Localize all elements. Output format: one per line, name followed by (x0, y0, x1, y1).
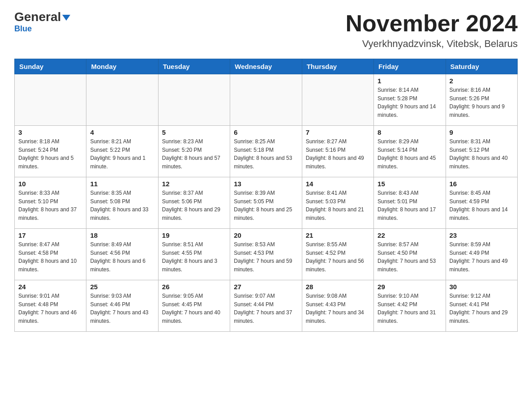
calendar-cell: 17Sunrise: 8:47 AMSunset: 4:58 PMDayligh… (15, 229, 86, 280)
weekday-header-thursday: Thursday (302, 59, 373, 74)
day-info: Sunrise: 8:29 AMSunset: 5:14 PMDaylight:… (378, 137, 442, 171)
calendar-cell (158, 74, 230, 126)
day-number: 9 (450, 128, 514, 136)
day-number: 19 (162, 231, 226, 239)
calendar-cell (15, 74, 86, 126)
day-number: 25 (90, 283, 154, 291)
day-info: Sunrise: 8:39 AMSunset: 5:05 PMDaylight:… (234, 189, 298, 222)
calendar-cell (230, 74, 302, 126)
day-info: Sunrise: 8:57 AMSunset: 4:50 PMDaylight:… (378, 240, 442, 274)
day-info: Sunrise: 8:23 AMSunset: 5:20 PMDaylight:… (162, 137, 226, 171)
logo: General Blue (14, 11, 70, 34)
calendar-cell: 21Sunrise: 8:55 AMSunset: 4:52 PMDayligh… (302, 229, 373, 280)
day-info: Sunrise: 8:49 AMSunset: 4:56 PMDaylight:… (90, 240, 154, 274)
calendar-cell: 6Sunrise: 8:25 AMSunset: 5:18 PMDaylight… (230, 126, 302, 177)
calendar-cell: 16Sunrise: 8:45 AMSunset: 4:59 PMDayligh… (446, 177, 517, 229)
day-info: Sunrise: 8:43 AMSunset: 5:01 PMDaylight:… (378, 189, 442, 222)
calendar-cell: 24Sunrise: 9:01 AMSunset: 4:48 PMDayligh… (15, 280, 86, 332)
day-number: 29 (378, 283, 442, 291)
day-info: Sunrise: 8:47 AMSunset: 4:58 PMDaylight:… (18, 240, 82, 274)
day-info: Sunrise: 8:53 AMSunset: 4:53 PMDaylight:… (234, 240, 298, 274)
day-number: 13 (234, 180, 298, 188)
calendar-cell: 25Sunrise: 9:03 AMSunset: 4:46 PMDayligh… (86, 280, 158, 332)
calendar-cell: 8Sunrise: 8:29 AMSunset: 5:14 PMDaylight… (374, 126, 446, 177)
week-row-5: 24Sunrise: 9:01 AMSunset: 4:48 PMDayligh… (15, 280, 518, 332)
day-info: Sunrise: 9:01 AMSunset: 4:48 PMDaylight:… (18, 292, 82, 325)
day-info: Sunrise: 8:51 AMSunset: 4:55 PMDaylight:… (162, 240, 226, 274)
day-number: 12 (162, 180, 226, 188)
day-number: 6 (234, 128, 298, 136)
day-number: 21 (306, 231, 370, 239)
day-number: 11 (90, 180, 154, 188)
calendar-table: SundayMondayTuesdayWednesdayThursdayFrid… (14, 59, 518, 332)
calendar-cell: 29Sunrise: 9:10 AMSunset: 4:42 PMDayligh… (374, 280, 446, 332)
weekday-header-row: SundayMondayTuesdayWednesdayThursdayFrid… (15, 59, 518, 74)
day-info: Sunrise: 9:03 AMSunset: 4:46 PMDaylight:… (90, 292, 154, 325)
day-number: 10 (18, 180, 82, 188)
day-number: 17 (18, 231, 82, 239)
calendar-cell (302, 74, 373, 126)
calendar-cell (86, 74, 158, 126)
calendar-cell: 20Sunrise: 8:53 AMSunset: 4:53 PMDayligh… (230, 229, 302, 280)
day-number: 28 (306, 283, 370, 291)
day-info: Sunrise: 9:05 AMSunset: 4:45 PMDaylight:… (162, 292, 226, 325)
day-number: 18 (90, 231, 154, 239)
day-number: 8 (378, 128, 442, 136)
day-number: 1 (378, 77, 442, 85)
weekday-header-wednesday: Wednesday (230, 59, 302, 74)
weekday-header-monday: Monday (86, 59, 158, 74)
calendar-cell: 11Sunrise: 8:35 AMSunset: 5:08 PMDayligh… (86, 177, 158, 229)
calendar-cell: 19Sunrise: 8:51 AMSunset: 4:55 PMDayligh… (158, 229, 230, 280)
day-number: 23 (450, 231, 514, 239)
calendar-cell: 30Sunrise: 9:12 AMSunset: 4:41 PMDayligh… (446, 280, 517, 332)
day-info: Sunrise: 9:12 AMSunset: 4:41 PMDaylight:… (450, 292, 514, 325)
day-number: 3 (18, 128, 82, 136)
day-number: 22 (378, 231, 442, 239)
calendar-cell: 12Sunrise: 8:37 AMSunset: 5:06 PMDayligh… (158, 177, 230, 229)
week-row-3: 10Sunrise: 8:33 AMSunset: 5:10 PMDayligh… (15, 177, 518, 229)
week-row-2: 3Sunrise: 8:18 AMSunset: 5:24 PMDaylight… (15, 126, 518, 177)
day-number: 15 (378, 180, 442, 188)
calendar-cell: 5Sunrise: 8:23 AMSunset: 5:20 PMDaylight… (158, 126, 230, 177)
day-info: Sunrise: 9:10 AMSunset: 4:42 PMDaylight:… (378, 292, 442, 325)
day-number: 20 (234, 231, 298, 239)
day-number: 5 (162, 128, 226, 136)
calendar-cell: 15Sunrise: 8:43 AMSunset: 5:01 PMDayligh… (374, 177, 446, 229)
calendar-cell: 28Sunrise: 9:08 AMSunset: 4:43 PMDayligh… (302, 280, 373, 332)
day-info: Sunrise: 8:16 AMSunset: 5:26 PMDaylight:… (450, 86, 514, 119)
calendar-cell: 7Sunrise: 8:27 AMSunset: 5:16 PMDaylight… (302, 126, 373, 177)
calendar-cell: 9Sunrise: 8:31 AMSunset: 5:12 PMDaylight… (446, 126, 517, 177)
logo-general-text: General (14, 11, 70, 23)
calendar-cell: 27Sunrise: 9:07 AMSunset: 4:44 PMDayligh… (230, 280, 302, 332)
calendar-cell: 13Sunrise: 8:39 AMSunset: 5:05 PMDayligh… (230, 177, 302, 229)
day-info: Sunrise: 8:31 AMSunset: 5:12 PMDaylight:… (450, 137, 514, 171)
month-title: November 2024 (346, 11, 518, 36)
day-number: 30 (450, 283, 514, 291)
weekday-header-tuesday: Tuesday (158, 59, 230, 74)
day-info: Sunrise: 9:08 AMSunset: 4:43 PMDaylight:… (306, 292, 370, 325)
day-number: 27 (234, 283, 298, 291)
day-info: Sunrise: 8:25 AMSunset: 5:18 PMDaylight:… (234, 137, 298, 171)
location-text: Vyerkhnyadzvinsk, Vitebsk, Belarus (346, 38, 518, 50)
day-info: Sunrise: 8:21 AMSunset: 5:22 PMDaylight:… (90, 137, 154, 171)
calendar-cell: 2Sunrise: 8:16 AMSunset: 5:26 PMDaylight… (446, 74, 517, 126)
logo-blue-text: Blue (14, 24, 32, 34)
page-header: General Blue November 2024 Vyerkhnyadzvi… (14, 11, 518, 50)
calendar-cell: 4Sunrise: 8:21 AMSunset: 5:22 PMDaylight… (86, 126, 158, 177)
day-info: Sunrise: 8:45 AMSunset: 4:59 PMDaylight:… (450, 189, 514, 222)
day-info: Sunrise: 8:14 AMSunset: 5:28 PMDaylight:… (378, 86, 442, 119)
day-number: 2 (450, 77, 514, 85)
weekday-header-friday: Friday (374, 59, 446, 74)
title-block: November 2024 Vyerkhnyadzvinsk, Vitebsk,… (346, 11, 518, 50)
week-row-1: 1Sunrise: 8:14 AMSunset: 5:28 PMDaylight… (15, 74, 518, 126)
calendar-cell: 14Sunrise: 8:41 AMSunset: 5:03 PMDayligh… (302, 177, 373, 229)
day-number: 7 (306, 128, 370, 136)
calendar-cell: 22Sunrise: 8:57 AMSunset: 4:50 PMDayligh… (374, 229, 446, 280)
calendar-cell: 1Sunrise: 8:14 AMSunset: 5:28 PMDaylight… (374, 74, 446, 126)
weekday-header-saturday: Saturday (446, 59, 517, 74)
calendar-cell: 18Sunrise: 8:49 AMSunset: 4:56 PMDayligh… (86, 229, 158, 280)
day-info: Sunrise: 8:55 AMSunset: 4:52 PMDaylight:… (306, 240, 370, 274)
day-info: Sunrise: 8:27 AMSunset: 5:16 PMDaylight:… (306, 137, 370, 171)
day-info: Sunrise: 8:33 AMSunset: 5:10 PMDaylight:… (18, 189, 82, 222)
day-info: Sunrise: 9:07 AMSunset: 4:44 PMDaylight:… (234, 292, 298, 325)
